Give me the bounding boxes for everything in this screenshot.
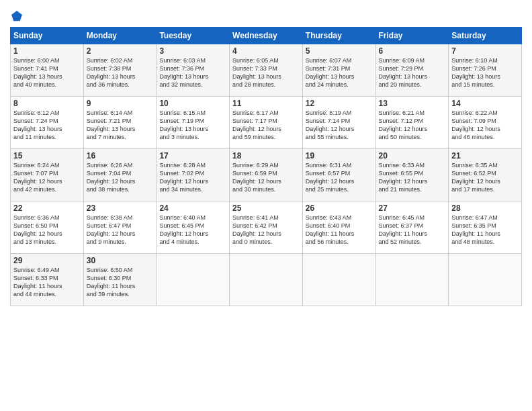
day-number: 17 [159,151,226,161]
day-info: Sunrise: 6:15 AM Sunset: 7:19 PM Dayligh… [159,109,226,142]
calendar-cell: 28Sunrise: 6:47 AM Sunset: 6:35 PM Dayli… [449,201,522,254]
weekday-header-thursday: Thursday [302,28,375,44]
day-info: Sunrise: 6:40 AM Sunset: 6:45 PM Dayligh… [159,214,226,246]
day-number: 29 [13,256,81,265]
day-info: Sunrise: 6:31 AM Sunset: 6:57 PM Dayligh… [306,161,373,194]
calendar-cell [302,254,375,306]
day-info: Sunrise: 6:43 AM Sunset: 6:40 PM Dayligh… [306,214,373,246]
calendar-cell: 6Sunrise: 6:09 AM Sunset: 7:29 PM Daylig… [375,44,449,97]
day-info: Sunrise: 6:00 AM Sunset: 7:41 PM Dayligh… [13,56,81,89]
calendar-cell [375,254,449,306]
day-info: Sunrise: 6:38 AM Sunset: 6:47 PM Dayligh… [87,214,154,246]
day-number: 2 [87,46,154,56]
header [10,7,522,23]
weekday-header-sunday: Sunday [11,28,84,44]
day-number: 7 [451,46,519,56]
calendar-cell: 25Sunrise: 6:41 AM Sunset: 6:42 PM Dayli… [230,201,303,254]
calendar-cell: 19Sunrise: 6:31 AM Sunset: 6:57 PM Dayli… [302,149,375,201]
day-info: Sunrise: 6:03 AM Sunset: 7:36 PM Dayligh… [159,56,226,89]
calendar-cell: 12Sunrise: 6:19 AM Sunset: 7:14 PM Dayli… [302,97,375,149]
calendar-cell: 23Sunrise: 6:38 AM Sunset: 6:47 PM Dayli… [83,201,157,254]
day-number: 24 [159,203,226,213]
calendar-cell: 17Sunrise: 6:28 AM Sunset: 7:02 PM Dayli… [157,149,230,201]
svg-marker-0 [11,11,22,21]
day-info: Sunrise: 6:26 AM Sunset: 7:04 PM Dayligh… [87,161,154,194]
day-number: 21 [451,151,519,161]
calendar-cell: 1Sunrise: 6:00 AM Sunset: 7:41 PM Daylig… [11,44,84,97]
day-number: 23 [87,203,154,213]
day-number: 27 [379,203,446,213]
calendar-cell [449,254,522,306]
calendar-cell: 13Sunrise: 6:21 AM Sunset: 7:12 PM Dayli… [375,97,449,149]
day-info: Sunrise: 6:50 AM Sunset: 6:30 PM Dayligh… [87,266,154,299]
day-number: 8 [13,99,81,108]
day-info: Sunrise: 6:41 AM Sunset: 6:42 PM Dayligh… [232,214,300,246]
day-number: 1 [13,46,81,56]
calendar-week-1: 1Sunrise: 6:00 AM Sunset: 7:41 PM Daylig… [11,44,522,97]
day-number: 3 [159,46,226,56]
calendar-week-5: 29Sunrise: 6:49 AM Sunset: 6:33 PM Dayli… [11,254,522,306]
day-number: 12 [306,99,373,108]
day-number: 30 [87,256,154,265]
day-info: Sunrise: 6:49 AM Sunset: 6:33 PM Dayligh… [13,266,81,299]
calendar-cell: 22Sunrise: 6:36 AM Sunset: 6:50 PM Dayli… [11,201,84,254]
calendar-cell: 30Sunrise: 6:50 AM Sunset: 6:30 PM Dayli… [83,254,157,306]
day-info: Sunrise: 6:28 AM Sunset: 7:02 PM Dayligh… [159,161,226,194]
calendar-cell: 29Sunrise: 6:49 AM Sunset: 6:33 PM Dayli… [11,254,84,306]
day-number: 26 [306,203,373,213]
day-info: Sunrise: 6:45 AM Sunset: 6:37 PM Dayligh… [379,214,446,246]
calendar-cell: 27Sunrise: 6:45 AM Sunset: 6:37 PM Dayli… [375,201,449,254]
day-info: Sunrise: 6:02 AM Sunset: 7:38 PM Dayligh… [87,56,154,89]
calendar-cell: 14Sunrise: 6:22 AM Sunset: 7:09 PM Dayli… [449,97,522,149]
day-number: 10 [159,99,226,108]
day-number: 11 [232,99,300,108]
weekday-header-saturday: Saturday [449,28,522,44]
day-number: 18 [232,151,300,161]
calendar-cell: 8Sunrise: 6:12 AM Sunset: 7:24 PM Daylig… [11,97,84,149]
day-info: Sunrise: 6:21 AM Sunset: 7:12 PM Dayligh… [379,109,446,142]
day-number: 13 [379,99,446,108]
calendar-cell: 7Sunrise: 6:10 AM Sunset: 7:26 PM Daylig… [449,44,522,97]
day-info: Sunrise: 6:19 AM Sunset: 7:14 PM Dayligh… [306,109,373,142]
weekday-header-tuesday: Tuesday [157,28,230,44]
day-number: 15 [13,151,81,161]
day-info: Sunrise: 6:22 AM Sunset: 7:09 PM Dayligh… [451,109,519,142]
day-info: Sunrise: 6:29 AM Sunset: 6:59 PM Dayligh… [232,161,300,194]
day-number: 9 [87,99,154,108]
day-info: Sunrise: 6:14 AM Sunset: 7:21 PM Dayligh… [87,109,154,142]
day-number: 25 [232,203,300,213]
day-number: 16 [87,151,154,161]
day-number: 20 [379,151,446,161]
calendar-header-row: SundayMondayTuesdayWednesdayThursdayFrid… [11,28,522,44]
calendar-cell: 2Sunrise: 6:02 AM Sunset: 7:38 PM Daylig… [83,44,157,97]
day-info: Sunrise: 6:33 AM Sunset: 6:55 PM Dayligh… [379,161,446,194]
calendar-cell: 3Sunrise: 6:03 AM Sunset: 7:36 PM Daylig… [157,44,230,97]
calendar-week-4: 22Sunrise: 6:36 AM Sunset: 6:50 PM Dayli… [11,201,522,254]
logo-icon [10,9,24,23]
logo [10,9,25,23]
calendar-cell: 26Sunrise: 6:43 AM Sunset: 6:40 PM Dayli… [302,201,375,254]
calendar-week-3: 15Sunrise: 6:24 AM Sunset: 7:07 PM Dayli… [11,149,522,201]
day-number: 4 [232,46,300,56]
day-number: 22 [13,203,81,213]
calendar-cell: 18Sunrise: 6:29 AM Sunset: 6:59 PM Dayli… [230,149,303,201]
day-info: Sunrise: 6:12 AM Sunset: 7:24 PM Dayligh… [13,109,81,142]
calendar-table: SundayMondayTuesdayWednesdayThursdayFrid… [10,27,522,306]
day-number: 28 [451,203,519,213]
calendar-cell: 24Sunrise: 6:40 AM Sunset: 6:45 PM Dayli… [157,201,230,254]
day-info: Sunrise: 6:17 AM Sunset: 7:17 PM Dayligh… [232,109,300,142]
day-info: Sunrise: 6:07 AM Sunset: 7:31 PM Dayligh… [306,56,373,89]
calendar-cell: 4Sunrise: 6:05 AM Sunset: 7:33 PM Daylig… [230,44,303,97]
weekday-header-wednesday: Wednesday [230,28,303,44]
weekday-header-monday: Monday [83,28,157,44]
weekday-header-friday: Friday [375,28,449,44]
day-info: Sunrise: 6:24 AM Sunset: 7:07 PM Dayligh… [13,161,81,194]
calendar-cell [230,254,303,306]
day-info: Sunrise: 6:36 AM Sunset: 6:50 PM Dayligh… [13,214,81,246]
day-number: 5 [306,46,373,56]
day-info: Sunrise: 6:05 AM Sunset: 7:33 PM Dayligh… [232,56,300,89]
calendar-cell: 11Sunrise: 6:17 AM Sunset: 7:17 PM Dayli… [230,97,303,149]
calendar-cell: 21Sunrise: 6:35 AM Sunset: 6:52 PM Dayli… [449,149,522,201]
calendar-week-2: 8Sunrise: 6:12 AM Sunset: 7:24 PM Daylig… [11,97,522,149]
day-number: 19 [306,151,373,161]
